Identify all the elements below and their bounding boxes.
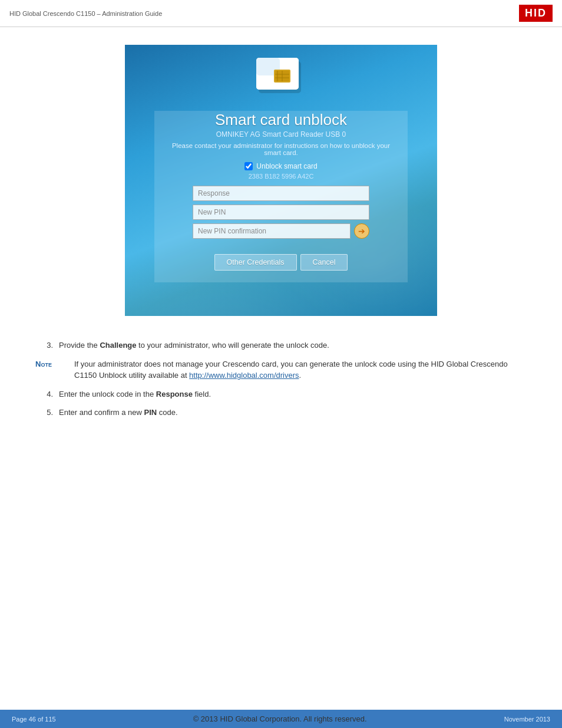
other-credentials-button[interactable]: Other Credentials <box>214 254 297 271</box>
response-field-row <box>193 186 369 201</box>
unblock-checkbox-label: Unblock smart card <box>256 162 317 170</box>
new-pin-input[interactable] <box>193 205 369 220</box>
card-id: 2383 B182 5996 A42C <box>249 173 314 180</box>
note-link[interactable]: http://www.hidglobal.com/drivers <box>189 371 299 380</box>
step-5-num: 5. <box>35 407 53 419</box>
smartcard-dialog: Smart card unblock OMNIKEY AG Smart Card… <box>154 111 408 282</box>
dialog-button-row: Other Credentials Cancel <box>214 254 348 271</box>
pin-bold: PIN <box>144 408 157 417</box>
note-label: Note <box>35 358 65 381</box>
page-footer: Page 46 of 115 © 2013 HID Global Corpora… <box>0 710 562 728</box>
hid-logo: HID <box>519 5 553 22</box>
page-header: HID Global Crescendo C1150 – Administrat… <box>0 0 562 27</box>
unblock-checkbox[interactable] <box>244 162 253 170</box>
document-title: HID Global Crescendo C1150 – Administrat… <box>9 10 162 17</box>
step-4: 4. Enter the unlock code in the Response… <box>35 388 527 400</box>
response-input[interactable] <box>193 186 369 201</box>
step-3: 3. Provide the Challenge to your adminis… <box>35 340 527 351</box>
dialog-title: Smart card unblock <box>215 111 347 129</box>
step-5: 5. Enter and confirm a new PIN code. <box>35 407 527 419</box>
step-5-text: Enter and confirm a new PIN code. <box>59 407 527 419</box>
response-bold: Response <box>156 390 193 398</box>
step-3-num: 3. <box>35 340 53 351</box>
smartcard-icon <box>252 57 310 104</box>
unblock-checkbox-row[interactable]: Unblock smart card <box>244 162 317 170</box>
win7-background: Smart card unblock OMNIKEY AG Smart Card… <box>125 45 437 316</box>
dialog-subtitle: OMNIKEY AG Smart Card Reader USB 0 <box>216 130 346 139</box>
cancel-button[interactable]: Cancel <box>300 254 348 271</box>
step-4-text: Enter the unlock code in the Response fi… <box>59 388 527 400</box>
step-3-section: 3. Provide the Challenge to your adminis… <box>0 334 562 431</box>
footer-page-number: Page 46 of 115 <box>12 716 56 723</box>
new-pin-field-row <box>193 205 369 220</box>
new-pin-confirm-field-row: ➔ <box>193 223 369 239</box>
submit-arrow-button[interactable]: ➔ <box>354 223 369 239</box>
challenge-bold: Challenge <box>100 341 136 350</box>
note-block: Note If your administrator does not mana… <box>35 358 527 381</box>
dialog-description: Please contact your administrator for in… <box>154 142 408 156</box>
page-wrapper: HID Global Crescendo C1150 – Administrat… <box>0 0 562 728</box>
note-text: If your administrator does not manage yo… <box>74 358 527 381</box>
screenshot-container: Smart card unblock OMNIKEY AG Smart Card… <box>125 45 437 316</box>
footer-copyright: © 2013 HID Global Corporation. All right… <box>56 714 504 723</box>
content-area: Smart card unblock OMNIKEY AG Smart Card… <box>0 27 562 710</box>
new-pin-confirm-input[interactable] <box>193 223 351 239</box>
footer-date: November 2013 <box>504 716 550 723</box>
step-4-num: 4. <box>35 388 53 400</box>
step-3-text: Provide the Challenge to your administra… <box>59 340 527 351</box>
